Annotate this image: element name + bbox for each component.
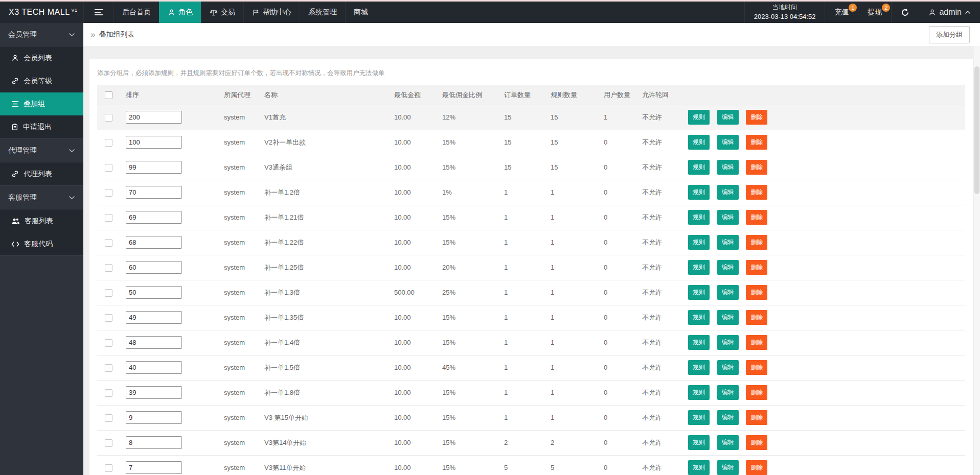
edit-button[interactable]: 编辑 bbox=[717, 335, 739, 350]
sort-input[interactable] bbox=[126, 411, 182, 424]
sort-input[interactable] bbox=[126, 336, 182, 349]
recharge-link[interactable]: 充值 1 bbox=[825, 2, 858, 23]
sidebar-item-member-level[interactable]: 会员等级 bbox=[0, 69, 83, 92]
scrollbar-thumb[interactable] bbox=[974, 66, 979, 194]
rule-button[interactable]: 规则 bbox=[688, 110, 710, 125]
sort-input[interactable] bbox=[126, 186, 182, 199]
sort-input[interactable] bbox=[126, 286, 182, 299]
row-checkbox[interactable] bbox=[105, 164, 112, 172]
row-checkbox[interactable] bbox=[105, 314, 112, 322]
delete-button[interactable]: 删除 bbox=[746, 260, 767, 275]
sidebar-section-agents[interactable]: 代理管理 bbox=[0, 139, 83, 162]
delete-button[interactable]: 删除 bbox=[746, 335, 767, 350]
tab-trade[interactable]: 交易 bbox=[201, 2, 243, 23]
rule-button[interactable]: 规则 bbox=[688, 260, 710, 275]
edit-button[interactable]: 编辑 bbox=[717, 160, 739, 175]
rule-button[interactable]: 规则 bbox=[688, 285, 710, 300]
tab-dashboard[interactable]: 后台首页 bbox=[113, 2, 159, 23]
rule-button[interactable]: 规则 bbox=[688, 135, 710, 150]
sidebar-section-members[interactable]: 会员管理 bbox=[0, 23, 83, 46]
rule-button[interactable]: 规则 bbox=[688, 410, 710, 425]
rule-button[interactable]: 规则 bbox=[688, 210, 710, 225]
row-checkbox[interactable] bbox=[105, 464, 112, 472]
edit-button[interactable]: 编辑 bbox=[717, 185, 739, 200]
sidebar-item-stack-group[interactable]: 叠加组 bbox=[0, 92, 83, 115]
edit-button[interactable]: 编辑 bbox=[717, 410, 739, 425]
sort-input[interactable] bbox=[126, 136, 182, 149]
row-checkbox[interactable] bbox=[105, 339, 112, 347]
admin-menu[interactable]: admin bbox=[919, 2, 980, 23]
tab-help-center[interactable]: 帮助中心 bbox=[243, 2, 300, 23]
delete-button[interactable]: 删除 bbox=[746, 460, 767, 475]
sidebar-item-agent-list[interactable]: 代理列表 bbox=[0, 162, 83, 185]
sort-input[interactable] bbox=[126, 236, 182, 249]
edit-button[interactable]: 编辑 bbox=[717, 435, 739, 450]
rule-button[interactable]: 规则 bbox=[688, 460, 710, 475]
sort-input[interactable] bbox=[126, 211, 182, 224]
row-checkbox[interactable] bbox=[105, 414, 112, 422]
delete-button[interactable]: 删除 bbox=[746, 360, 767, 375]
delete-button[interactable]: 删除 bbox=[746, 310, 767, 325]
row-checkbox[interactable] bbox=[105, 189, 112, 197]
row-checkbox[interactable] bbox=[105, 139, 112, 147]
sidebar-item-support-code[interactable]: 客服代码 bbox=[0, 232, 83, 255]
rule-button[interactable]: 规则 bbox=[688, 385, 710, 400]
delete-button[interactable]: 删除 bbox=[746, 385, 767, 400]
delete-button[interactable]: 删除 bbox=[746, 435, 767, 450]
delete-button[interactable]: 删除 bbox=[746, 160, 767, 175]
row-checkbox[interactable] bbox=[105, 389, 112, 397]
sidebar-item-exit-request[interactable]: 申请退出 bbox=[0, 115, 83, 138]
sort-input[interactable] bbox=[126, 436, 182, 449]
edit-button[interactable]: 编辑 bbox=[717, 210, 739, 225]
select-all-checkbox[interactable] bbox=[105, 91, 112, 99]
delete-button[interactable]: 删除 bbox=[746, 235, 767, 250]
tab-mall[interactable]: 商城 bbox=[345, 2, 376, 23]
delete-button[interactable]: 删除 bbox=[746, 210, 767, 225]
rule-button[interactable]: 规则 bbox=[688, 335, 710, 350]
rule-button[interactable]: 规则 bbox=[688, 310, 710, 325]
rule-button[interactable]: 规则 bbox=[688, 360, 710, 375]
sidebar-toggle-button[interactable] bbox=[83, 2, 113, 23]
edit-button[interactable]: 编辑 bbox=[717, 385, 739, 400]
vertical-scrollbar[interactable] bbox=[974, 46, 980, 475]
delete-button[interactable]: 删除 bbox=[746, 185, 767, 200]
sidebar-item-member-list[interactable]: 会员列表 bbox=[0, 46, 83, 69]
row-checkbox[interactable] bbox=[105, 264, 112, 272]
row-checkbox[interactable] bbox=[105, 439, 112, 447]
rule-button[interactable]: 规则 bbox=[688, 185, 710, 200]
rule-button[interactable]: 规则 bbox=[688, 435, 710, 450]
sort-input[interactable] bbox=[126, 161, 182, 174]
sort-input[interactable] bbox=[126, 261, 182, 274]
sort-input[interactable] bbox=[126, 361, 182, 374]
delete-button[interactable]: 删除 bbox=[746, 410, 767, 425]
row-checkbox[interactable] bbox=[105, 289, 112, 297]
withdraw-link[interactable]: 提现 2 bbox=[858, 2, 891, 23]
row-checkbox[interactable] bbox=[105, 239, 112, 247]
edit-button[interactable]: 编辑 bbox=[717, 235, 739, 250]
delete-button[interactable]: 删除 bbox=[746, 110, 767, 125]
edit-button[interactable]: 编辑 bbox=[717, 310, 739, 325]
edit-button[interactable]: 编辑 bbox=[717, 260, 739, 275]
edit-button[interactable]: 编辑 bbox=[717, 360, 739, 375]
tab-roles[interactable]: 角色 bbox=[159, 2, 201, 23]
sort-input[interactable] bbox=[126, 461, 182, 474]
edit-button[interactable]: 编辑 bbox=[717, 110, 739, 125]
rule-button[interactable]: 规则 bbox=[688, 235, 710, 250]
sort-input[interactable] bbox=[126, 111, 182, 124]
rule-button[interactable]: 规则 bbox=[688, 160, 710, 175]
edit-button[interactable]: 编辑 bbox=[717, 460, 739, 475]
sidebar-item-support-list[interactable]: 客服列表 bbox=[0, 209, 83, 232]
row-checkbox[interactable] bbox=[105, 364, 112, 372]
delete-button[interactable]: 删除 bbox=[746, 285, 767, 300]
sidebar-section-support[interactable]: 客服管理 bbox=[0, 186, 83, 209]
refresh-button[interactable] bbox=[891, 2, 919, 23]
add-group-button[interactable]: 添加分组 bbox=[929, 26, 970, 43]
row-checkbox[interactable] bbox=[105, 214, 112, 222]
edit-button[interactable]: 编辑 bbox=[717, 135, 739, 150]
sort-input[interactable] bbox=[126, 386, 182, 399]
tab-system[interactable]: 系统管理 bbox=[300, 2, 345, 23]
delete-button[interactable]: 删除 bbox=[746, 135, 767, 150]
sort-input[interactable] bbox=[126, 311, 182, 324]
row-checkbox[interactable] bbox=[105, 114, 112, 122]
edit-button[interactable]: 编辑 bbox=[717, 285, 739, 300]
